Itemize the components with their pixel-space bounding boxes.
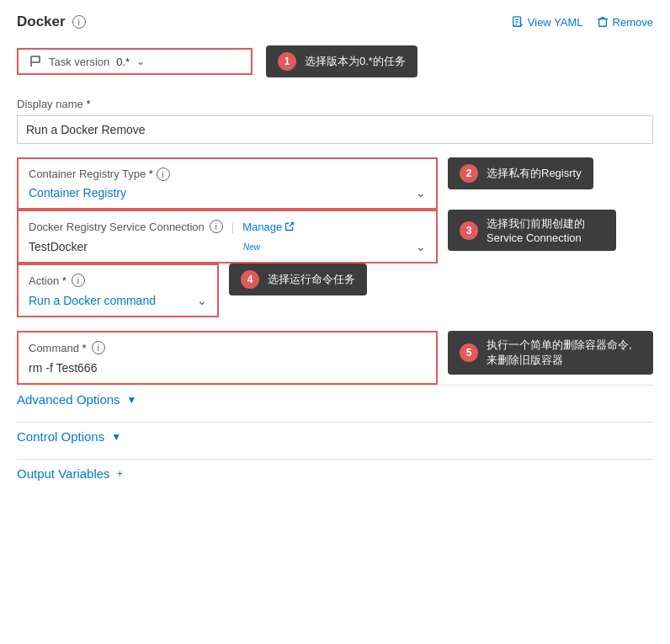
header-actions: View YAML Remove [512,16,653,29]
command-required: * [82,342,87,354]
task-version-label: Task version [49,56,109,68]
step-2-text: 选择私有的Regisrty [487,166,582,181]
command-label: Command * i [29,341,426,354]
step-2-circle: 2 [460,164,478,183]
action-dropdown[interactable]: Run a Docker command ⌄ [29,294,207,307]
docker-service-value: TestDocker [29,240,88,253]
command-info-icon[interactable]: i [92,341,105,354]
display-name-label: Display name * [17,98,653,110]
task-version-row: Task version 0.* ⌄ 1 选择版本为0.*的任务 [17,45,653,77]
advanced-options-label: Advanced Options [17,392,120,407]
step-1-circle: 1 [278,52,296,71]
step-5-circle: 5 [460,343,478,362]
display-name-section: Display name * [17,98,653,144]
action-section: Action * i Run a Docker command ⌄ 4 选择运行… [17,263,653,317]
container-registry-value: Container Registry [29,186,126,200]
manage-link[interactable]: Manage [242,221,295,233]
action-bordered: Action * i Run a Docker command ⌄ [17,263,219,317]
command-input[interactable] [29,361,426,375]
page-title: Docker [17,13,66,30]
action-info-icon[interactable]: i [72,274,85,287]
pipe-sep: | [231,221,234,233]
command-row: Command * i 5 执行一个简单的删除容器命令,来删除旧版容器 [17,331,653,385]
control-options-chevron: ▼ [111,431,121,443]
view-yaml-label: View YAML [528,16,583,29]
step-3-text: 选择我们前期创建的 Service Connection [487,216,604,244]
docker-service-row: Docker Registry Service Connection i | M… [17,210,653,263]
docker-service-label-text: Docker Registry Service Connection [29,221,205,233]
page-header: Docker i View YAML Remove [17,13,653,30]
external-link-icon [284,221,295,232]
manage-label: Manage [242,221,282,233]
cr-required: * [149,168,153,180]
step-3-circle: 3 [460,221,478,240]
docker-service-chevron: ⌄ [416,240,426,253]
new-badge: New [243,242,260,252]
task-version-select[interactable]: 0.* ⌄ [116,56,145,68]
control-options-label: Control Options [17,429,104,444]
step-4-circle: 4 [241,270,259,289]
docker-service-tooltip: 3 选择我们前期创建的 Service Connection [448,210,616,251]
container-registry-label-text: Container Registry Type * [29,168,153,180]
step-5-text: 执行一个简单的删除容器命令,来删除旧版容器 [487,338,641,368]
step-4-text: 选择运行命令任务 [268,272,355,287]
service-connection-field: TestDocker New ⌄ [29,240,426,253]
task-version-chevron: ⌄ [136,56,145,67]
command-label-text: Command * [29,342,87,354]
docker-service-section: Docker Registry Service Connection i | M… [17,210,438,263]
command-tooltip: 5 执行一个简单的删除容器命令,来删除旧版容器 [448,331,653,375]
output-variables-chevron: + [117,468,123,480]
title-info-icon[interactable]: i [72,15,86,29]
advanced-options-header[interactable]: Advanced Options ▼ [17,385,653,413]
control-options-section: Control Options ▼ [17,422,653,450]
output-variables-label: Output Variables [17,466,110,481]
action-chevron: ⌄ [197,294,207,307]
task-version-value: 0.* [116,56,130,68]
view-yaml-button[interactable]: View YAML [512,16,583,29]
container-registry-dropdown[interactable]: Container Registry ⌄ [29,186,426,200]
docker-service-info-icon[interactable]: i [210,220,223,233]
command-section: Command * i [17,331,438,385]
container-registry-chevron: ⌄ [416,186,426,200]
display-name-required: * [86,98,90,110]
yaml-icon [512,16,524,28]
display-name-label-text: Display name * [17,98,90,110]
control-options-header[interactable]: Control Options ▼ [17,422,653,450]
action-label: Action * i [29,274,207,287]
step-1-text: 选择版本为0.*的任务 [305,54,406,69]
docker-service-label: Docker Registry Service Connection i | M… [29,220,426,233]
advanced-options-chevron: ▼ [127,394,137,406]
advanced-options-section: Advanced Options ▼ [17,385,653,413]
action-tooltip: 4 选择运行命令任务 [229,263,367,295]
action-required: * [62,274,66,287]
container-registry-tooltip: 2 选择私有的Regisrty [448,157,593,189]
container-registry-section: Container Registry Type * i Container Re… [17,157,438,210]
container-registry-label: Container Registry Type * i [29,168,426,181]
task-version-box[interactable]: Task version 0.* ⌄ [17,48,253,75]
container-registry-info-icon[interactable]: i [157,168,170,181]
trash-icon [597,16,609,28]
action-value: Run a Docker command [29,294,156,307]
svg-rect-4 [598,19,606,27]
action-label-text: Action * [29,274,66,287]
output-variables-header[interactable]: Output Variables + [17,459,653,487]
remove-button[interactable]: Remove [597,16,653,29]
task-version-tooltip: 1 选择版本为0.*的任务 [266,45,417,77]
remove-label: Remove [613,16,653,29]
container-registry-row: Container Registry Type * i Container Re… [17,157,653,210]
display-name-input[interactable] [17,115,653,144]
flag-icon [29,55,42,68]
title-area: Docker i [17,13,86,30]
output-variables-section: Output Variables + [17,459,653,487]
